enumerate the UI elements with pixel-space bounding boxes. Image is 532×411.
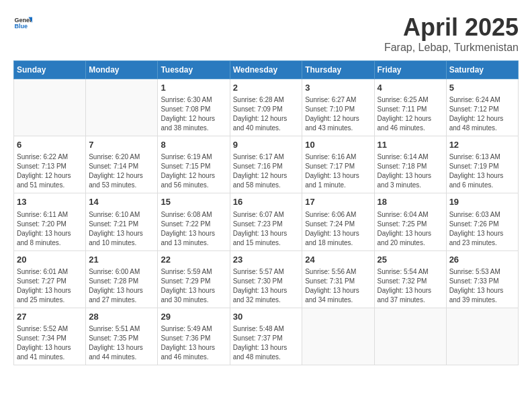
day-cell: 18Sunrise: 6:04 AM Sunset: 7:25 PM Dayli… bbox=[374, 193, 446, 250]
day-cell bbox=[14, 79, 86, 136]
day-cell: 3Sunrise: 6:27 AM Sunset: 7:10 PM Daylig… bbox=[302, 79, 374, 136]
day-detail: Sunrise: 6:22 AM Sunset: 7:13 PM Dayligh… bbox=[17, 152, 83, 190]
day-cell: 12Sunrise: 6:13 AM Sunset: 7:19 PM Dayli… bbox=[446, 136, 518, 193]
week-row-1: 1Sunrise: 6:30 AM Sunset: 7:08 PM Daylig… bbox=[14, 79, 519, 136]
day-detail: Sunrise: 6:24 AM Sunset: 7:12 PM Dayligh… bbox=[449, 95, 515, 133]
day-number: 28 bbox=[89, 311, 154, 323]
day-cell: 21Sunrise: 6:00 AM Sunset: 7:28 PM Dayli… bbox=[86, 250, 158, 308]
day-detail: Sunrise: 6:19 AM Sunset: 7:15 PM Dayligh… bbox=[161, 152, 226, 190]
day-detail: Sunrise: 6:27 AM Sunset: 7:10 PM Dayligh… bbox=[305, 95, 371, 133]
day-number: 19 bbox=[449, 196, 515, 208]
day-number: 4 bbox=[378, 82, 443, 94]
calendar: SundayMondayTuesdayWednesdayThursdayFrid… bbox=[13, 60, 519, 365]
day-detail: Sunrise: 6:11 AM Sunset: 7:20 PM Dayligh… bbox=[17, 210, 83, 248]
day-cell: 4Sunrise: 6:25 AM Sunset: 7:11 PM Daylig… bbox=[374, 79, 446, 136]
weekday-header-sunday: Sunday bbox=[14, 61, 86, 79]
day-cell: 27Sunrise: 5:52 AM Sunset: 7:34 PM Dayli… bbox=[14, 308, 86, 365]
day-detail: Sunrise: 6:03 AM Sunset: 7:26 PM Dayligh… bbox=[449, 210, 515, 248]
day-number: 29 bbox=[161, 311, 226, 323]
day-cell: 24Sunrise: 5:56 AM Sunset: 7:31 PM Dayli… bbox=[302, 250, 374, 308]
day-cell: 2Sunrise: 6:28 AM Sunset: 7:09 PM Daylig… bbox=[230, 79, 302, 136]
day-number: 11 bbox=[378, 139, 443, 151]
day-cell bbox=[446, 308, 518, 365]
day-number: 14 bbox=[89, 196, 154, 208]
day-number: 9 bbox=[233, 139, 300, 151]
day-detail: Sunrise: 6:08 AM Sunset: 7:22 PM Dayligh… bbox=[161, 210, 226, 248]
day-number: 2 bbox=[233, 82, 300, 94]
day-number: 25 bbox=[378, 254, 443, 266]
day-number: 6 bbox=[17, 139, 83, 151]
week-row-2: 6Sunrise: 6:22 AM Sunset: 7:13 PM Daylig… bbox=[14, 136, 519, 193]
day-cell: 15Sunrise: 6:08 AM Sunset: 7:22 PM Dayli… bbox=[158, 193, 230, 250]
day-number: 26 bbox=[449, 254, 515, 266]
day-cell: 13Sunrise: 6:11 AM Sunset: 7:20 PM Dayli… bbox=[14, 193, 86, 250]
day-number: 30 bbox=[233, 311, 300, 323]
day-detail: Sunrise: 6:06 AM Sunset: 7:24 PM Dayligh… bbox=[305, 210, 371, 248]
day-cell: 10Sunrise: 6:16 AM Sunset: 7:17 PM Dayli… bbox=[302, 136, 374, 193]
day-detail: Sunrise: 6:17 AM Sunset: 7:16 PM Dayligh… bbox=[233, 152, 300, 190]
day-detail: Sunrise: 5:48 AM Sunset: 7:37 PM Dayligh… bbox=[233, 324, 300, 362]
day-number: 5 bbox=[449, 82, 515, 94]
day-detail: Sunrise: 5:57 AM Sunset: 7:30 PM Dayligh… bbox=[233, 267, 300, 305]
day-detail: Sunrise: 5:53 AM Sunset: 7:33 PM Dayligh… bbox=[449, 267, 515, 305]
day-cell: 30Sunrise: 5:48 AM Sunset: 7:37 PM Dayli… bbox=[230, 308, 302, 365]
title-area: April 2025 Farap, Lebap, Turkmenistan bbox=[384, 13, 519, 54]
day-cell: 17Sunrise: 6:06 AM Sunset: 7:24 PM Dayli… bbox=[302, 193, 374, 250]
day-number: 1 bbox=[161, 82, 226, 94]
weekday-header-friday: Friday bbox=[374, 61, 446, 79]
day-detail: Sunrise: 6:13 AM Sunset: 7:19 PM Dayligh… bbox=[449, 152, 515, 190]
day-detail: Sunrise: 6:28 AM Sunset: 7:09 PM Dayligh… bbox=[233, 95, 300, 133]
day-cell: 6Sunrise: 6:22 AM Sunset: 7:13 PM Daylig… bbox=[14, 136, 86, 193]
day-detail: Sunrise: 5:59 AM Sunset: 7:29 PM Dayligh… bbox=[161, 267, 226, 305]
weekday-header-wednesday: Wednesday bbox=[230, 61, 302, 79]
day-detail: Sunrise: 6:14 AM Sunset: 7:18 PM Dayligh… bbox=[378, 152, 443, 190]
day-detail: Sunrise: 6:07 AM Sunset: 7:23 PM Dayligh… bbox=[233, 210, 300, 248]
day-number: 18 bbox=[378, 196, 443, 208]
day-detail: Sunrise: 5:54 AM Sunset: 7:32 PM Dayligh… bbox=[378, 267, 443, 305]
day-cell: 22Sunrise: 5:59 AM Sunset: 7:29 PM Dayli… bbox=[158, 250, 230, 308]
day-cell bbox=[374, 308, 446, 365]
day-cell: 25Sunrise: 5:54 AM Sunset: 7:32 PM Dayli… bbox=[374, 250, 446, 308]
svg-text:Blue: Blue bbox=[14, 23, 28, 30]
week-row-4: 20Sunrise: 6:01 AM Sunset: 7:27 PM Dayli… bbox=[14, 250, 519, 308]
logo-icon: General Blue bbox=[13, 13, 32, 32]
day-number: 10 bbox=[305, 139, 371, 151]
day-cell: 20Sunrise: 6:01 AM Sunset: 7:27 PM Dayli… bbox=[14, 250, 86, 308]
main-title: April 2025 bbox=[384, 13, 519, 42]
day-cell: 8Sunrise: 6:19 AM Sunset: 7:15 PM Daylig… bbox=[158, 136, 230, 193]
day-number: 13 bbox=[17, 196, 83, 208]
day-detail: Sunrise: 6:16 AM Sunset: 7:17 PM Dayligh… bbox=[305, 152, 371, 190]
day-detail: Sunrise: 6:30 AM Sunset: 7:08 PM Dayligh… bbox=[161, 95, 226, 133]
day-detail: Sunrise: 6:00 AM Sunset: 7:28 PM Dayligh… bbox=[89, 267, 154, 305]
weekday-header-monday: Monday bbox=[86, 61, 158, 79]
weekday-header-saturday: Saturday bbox=[446, 61, 518, 79]
page-header: General Blue April 2025 Farap, Lebap, Tu… bbox=[13, 13, 519, 54]
day-detail: Sunrise: 6:01 AM Sunset: 7:27 PM Dayligh… bbox=[17, 267, 83, 305]
day-number: 24 bbox=[305, 254, 371, 266]
day-number: 7 bbox=[89, 139, 154, 151]
day-cell: 28Sunrise: 5:51 AM Sunset: 7:35 PM Dayli… bbox=[86, 308, 158, 365]
day-number: 12 bbox=[449, 139, 515, 151]
day-detail: Sunrise: 5:51 AM Sunset: 7:35 PM Dayligh… bbox=[89, 324, 154, 362]
week-row-5: 27Sunrise: 5:52 AM Sunset: 7:34 PM Dayli… bbox=[14, 308, 519, 365]
day-number: 15 bbox=[161, 196, 226, 208]
day-number: 8 bbox=[161, 139, 226, 151]
weekday-header-tuesday: Tuesday bbox=[158, 61, 230, 79]
day-number: 3 bbox=[305, 82, 371, 94]
day-cell: 11Sunrise: 6:14 AM Sunset: 7:18 PM Dayli… bbox=[374, 136, 446, 193]
day-detail: Sunrise: 6:10 AM Sunset: 7:21 PM Dayligh… bbox=[89, 210, 154, 248]
day-cell: 19Sunrise: 6:03 AM Sunset: 7:26 PM Dayli… bbox=[446, 193, 518, 250]
day-cell: 9Sunrise: 6:17 AM Sunset: 7:16 PM Daylig… bbox=[230, 136, 302, 193]
logo: General Blue bbox=[13, 13, 32, 32]
day-number: 20 bbox=[17, 254, 83, 266]
day-cell: 26Sunrise: 5:53 AM Sunset: 7:33 PM Dayli… bbox=[446, 250, 518, 308]
day-number: 16 bbox=[233, 196, 300, 208]
subtitle: Farap, Lebap, Turkmenistan bbox=[384, 42, 519, 54]
day-number: 23 bbox=[233, 254, 300, 266]
day-cell bbox=[302, 308, 374, 365]
day-cell: 5Sunrise: 6:24 AM Sunset: 7:12 PM Daylig… bbox=[446, 79, 518, 136]
day-detail: Sunrise: 6:20 AM Sunset: 7:14 PM Dayligh… bbox=[89, 152, 154, 190]
day-number: 17 bbox=[305, 196, 371, 208]
day-detail: Sunrise: 6:25 AM Sunset: 7:11 PM Dayligh… bbox=[378, 95, 443, 133]
weekday-header-thursday: Thursday bbox=[302, 61, 374, 79]
